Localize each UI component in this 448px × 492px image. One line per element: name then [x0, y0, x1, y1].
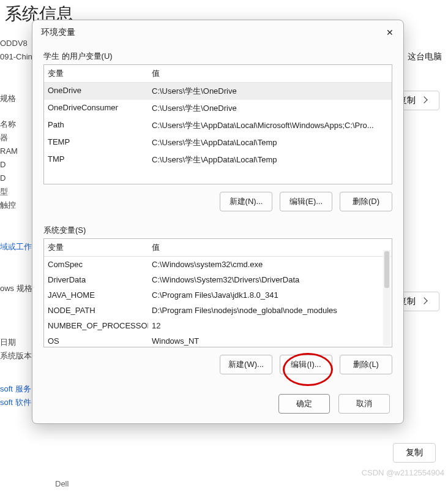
chevron-down-icon — [420, 96, 427, 103]
user-vars-list[interactable]: 变量 值 OneDriveC:\Users\学生\OneDrive OneDri… — [43, 64, 392, 184]
edit-sys-var-button[interactable]: 编辑(I)... — [280, 355, 332, 374]
list-item[interactable]: OSWindows_NT — [44, 333, 392, 347]
close-icon[interactable]: ✕ — [383, 26, 397, 39]
delete-user-var-button[interactable]: 删除(D) — [340, 192, 392, 211]
ok-button[interactable]: 确定 — [278, 394, 330, 414]
delete-sys-var-button[interactable]: 删除(L) — [340, 355, 392, 374]
user-vars-label: 学生 的用户变量(U) — [43, 51, 403, 62]
list-item[interactable]: JAVA_HOMEC:\Program Files\Java\jdk1.8.0_… — [44, 287, 392, 303]
dialog-title: 环境变量 — [41, 27, 75, 38]
list-item[interactable]: OneDriveConsumerC:\Users\学生\OneDrive — [44, 100, 392, 117]
list-item[interactable]: DriverDataC:\Windows\System32\Drivers\Dr… — [44, 272, 392, 287]
watermark: CSDN @w2112554904 — [362, 468, 444, 477]
list-header: 变量 值 — [44, 239, 392, 257]
bg-fragments: ODDV8 091-China 规格 名称 器 RAM D D 型 触控 域或工… — [0, 37, 37, 409]
bg-right-label: 这台电脑 — [408, 51, 442, 62]
cancel-button[interactable]: 取消 — [338, 394, 390, 414]
env-vars-dialog: 环境变量 ✕ 学生 的用户变量(U) 变量 值 OneDriveC:\Users… — [32, 20, 404, 424]
edit-user-var-button[interactable]: 编辑(E)... — [280, 192, 332, 211]
list-item[interactable]: NUMBER_OF_PROCESSORS12 — [44, 318, 392, 333]
list-item[interactable]: OneDriveC:\Users\学生\OneDrive — [44, 83, 392, 100]
list-item[interactable]: PathC:\Users\学生\AppData\Local\Microsoft\… — [44, 117, 392, 134]
list-item[interactable]: ComSpecC:\Windows\system32\cmd.exe — [44, 257, 392, 272]
footer-vendor: Dell — [55, 479, 69, 488]
sys-vars-label: 系统变量(S) — [43, 225, 403, 236]
list-header: 变量 值 — [44, 65, 392, 83]
scrollbar-thumb[interactable] — [384, 251, 389, 288]
new-sys-var-button[interactable]: 新建(W)... — [220, 355, 272, 374]
new-user-var-button[interactable]: 新建(N)... — [220, 192, 272, 211]
sys-vars-list[interactable]: 变量 值 ComSpecC:\Windows\system32\cmd.exe … — [43, 238, 392, 347]
list-item[interactable]: TMPC:\Users\学生\AppData\Local\Temp — [44, 151, 392, 168]
copy-button-3[interactable]: 复制 — [393, 443, 436, 463]
list-item[interactable]: TEMPC:\Users\学生\AppData\Local\Temp — [44, 134, 392, 151]
list-item[interactable]: NODE_PATHD:\Program Files\nodejs\node_gl… — [44, 303, 392, 318]
chevron-down-icon — [420, 297, 427, 304]
scrollbar[interactable] — [383, 250, 390, 346]
